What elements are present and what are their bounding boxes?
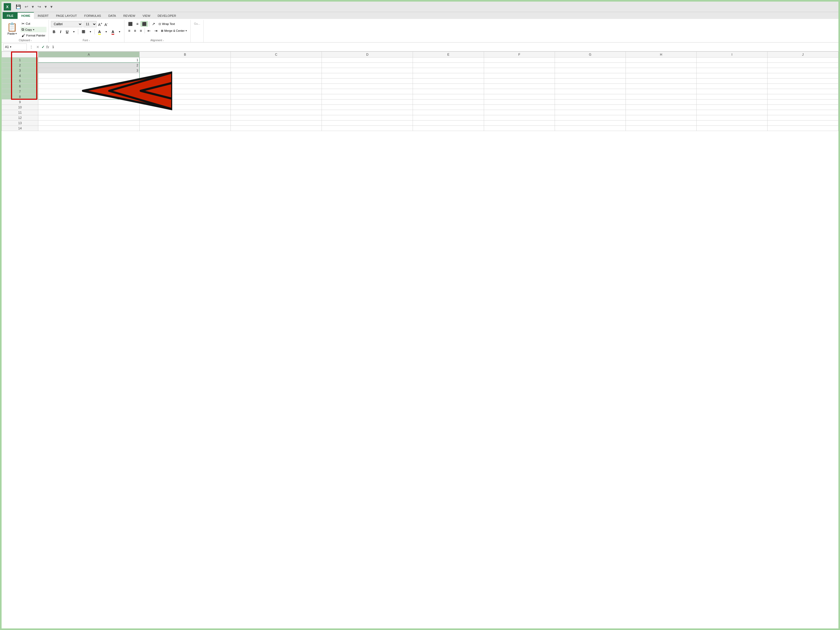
cell-f9[interactable] [484,99,555,105]
redo-button[interactable]: ↪ [36,4,42,10]
cell-a11[interactable] [38,110,139,115]
cell-c8[interactable] [231,94,322,99]
row-header-13[interactable]: 13 [2,120,38,126]
cell-f10[interactable] [484,105,555,110]
cell-j9[interactable] [767,99,838,105]
cell-c2[interactable] [231,63,322,68]
col-header-f[interactable]: F [484,52,555,57]
cell-g13[interactable] [555,120,625,126]
cell-a1[interactable]: 1 [38,57,139,63]
cell-h1[interactable] [625,57,696,63]
cell-f2[interactable] [484,63,555,68]
name-box-dropdown[interactable]: ▾ [10,46,11,48]
italic-button[interactable]: I [58,29,63,35]
wrap-text-button[interactable]: ⊡ Wrap Text [157,22,176,27]
cell-a7[interactable] [38,89,139,94]
cell-g6[interactable] [555,84,625,89]
cell-b5[interactable] [139,79,231,84]
cell-i13[interactable] [696,120,767,126]
cell-b6[interactable] [139,84,231,89]
cell-d6[interactable] [322,84,413,89]
formula-bar-drag-handle[interactable]: ⋮ [28,45,34,49]
copy-dropdown-icon[interactable]: ▾ [33,28,35,31]
cell-a6[interactable] [38,84,139,89]
cell-c3[interactable] [231,68,322,73]
cell-h5[interactable] [625,79,696,84]
increase-indent-button[interactable]: ⇥ [153,28,159,33]
col-header-e[interactable]: E [413,52,484,57]
cell-h14[interactable] [625,126,696,131]
cell-h9[interactable] [625,99,696,105]
cell-b2[interactable] [139,63,231,68]
cell-i2[interactable] [696,63,767,68]
cell-c1[interactable] [231,57,322,63]
cell-j14[interactable] [767,126,838,131]
redo-dropdown[interactable]: ▾ [44,4,48,10]
underline-dropdown[interactable]: ▾ [71,30,76,34]
cell-a13[interactable] [38,120,139,126]
cell-c6[interactable] [231,84,322,89]
customize-qat-button[interactable]: ▾ [49,4,54,10]
cell-j7[interactable] [767,89,838,94]
font-size-select[interactable]: 11 [84,21,96,27]
cell-g5[interactable] [555,79,625,84]
cell-e7[interactable] [413,89,484,94]
cell-d8[interactable] [322,94,413,99]
cell-f13[interactable] [484,120,555,126]
undo-dropdown[interactable]: ▾ [31,4,35,10]
cell-d7[interactable] [322,89,413,94]
font-color-dropdown[interactable]: ▾ [117,30,122,34]
cell-a10[interactable] [38,105,139,110]
row-header-8[interactable]: 8 [2,94,38,99]
tab-view[interactable]: VIEW [139,12,154,19]
undo-button[interactable]: ↩ [24,4,29,10]
col-header-h[interactable]: H [625,52,696,57]
tab-insert[interactable]: INSERT [34,12,52,19]
cancel-button[interactable]: ✕ [36,44,40,50]
format-painter-button[interactable]: 🖌 Format Painter [21,33,46,38]
cell-i9[interactable] [696,99,767,105]
merge-center-button[interactable]: ⊠ Merge & Center ▾ [159,28,188,33]
save-button[interactable]: 💾 [15,4,22,10]
cell-h11[interactable] [625,110,696,115]
cell-f6[interactable] [484,84,555,89]
cell-i4[interactable] [696,73,767,79]
cell-g14[interactable] [555,126,625,131]
tab-data[interactable]: DATA [105,12,120,19]
cell-b7[interactable] [139,89,231,94]
row-header-5[interactable]: 5 [2,79,38,84]
cell-h7[interactable] [625,89,696,94]
cut-button[interactable]: ✂ Cut [21,21,46,26]
cell-f3[interactable] [484,68,555,73]
cell-f5[interactable] [484,79,555,84]
row-header-9[interactable]: 9 [2,99,38,105]
cell-e12[interactable] [413,115,484,120]
cell-b4[interactable] [139,73,231,79]
fill-color-button[interactable]: A [96,29,103,35]
cell-c4[interactable] [231,73,322,79]
cell-c14[interactable] [231,126,322,131]
cell-e2[interactable] [413,63,484,68]
cell-a12[interactable] [38,115,139,120]
row-header-4[interactable]: 4 [2,73,38,79]
col-header-d[interactable]: D [322,52,413,57]
cell-g1[interactable] [555,57,625,63]
cell-h8[interactable] [625,94,696,99]
clipboard-expand-icon[interactable]: ⌄ [30,39,32,41]
cell-i12[interactable] [696,115,767,120]
tab-review[interactable]: REVIEW [120,12,139,19]
cell-g2[interactable] [555,63,625,68]
cell-f1[interactable] [484,57,555,63]
cell-f8[interactable] [484,94,555,99]
cell-j3[interactable] [767,68,838,73]
cell-e4[interactable] [413,73,484,79]
cell-f12[interactable] [484,115,555,120]
cell-h6[interactable] [625,84,696,89]
cell-i8[interactable] [696,94,767,99]
cell-d14[interactable] [322,126,413,131]
middle-align-button[interactable]: ≡ [135,21,140,27]
cell-b11[interactable] [139,110,231,115]
cell-h3[interactable] [625,68,696,73]
font-name-select[interactable]: Calibri [51,21,82,27]
cell-c12[interactable] [231,115,322,120]
